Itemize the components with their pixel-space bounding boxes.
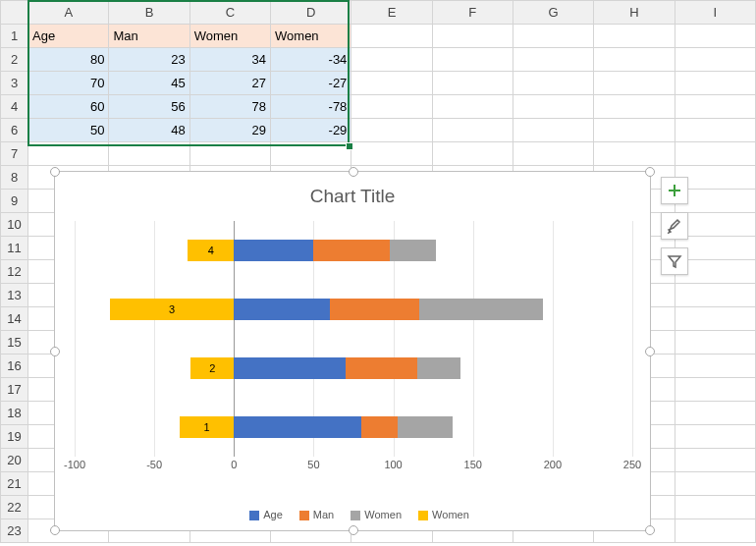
cell[interactable] [432,119,513,142]
column-header[interactable]: I [675,1,755,25]
row-header[interactable]: 17 [1,378,28,402]
cell[interactable]: Age [28,25,109,48]
cell[interactable] [28,142,109,166]
column-header[interactable]: A [28,1,109,25]
row-header[interactable]: 1 [1,25,28,48]
cell[interactable] [513,95,593,119]
chart-legend[interactable]: Age Man Women Women [55,509,650,520]
column-header[interactable]: E [351,1,432,25]
chart-styles-button[interactable] [661,212,688,240]
row-header[interactable]: 19 [1,425,28,449]
cell[interactable] [513,25,593,48]
chart-bar-segment[interactable] [398,416,452,438]
cell[interactable] [675,119,755,142]
cell[interactable] [675,307,755,331]
cell[interactable]: -78 [271,95,351,119]
cell[interactable]: 29 [189,119,270,142]
cell[interactable]: 48 [109,119,189,142]
row-header[interactable]: 21 [1,472,28,496]
cell[interactable] [351,25,432,48]
cell[interactable]: -29 [271,119,351,142]
cell[interactable]: 45 [109,72,189,95]
row-header[interactable]: 20 [1,449,28,472]
cell[interactable] [594,48,675,72]
chart-bar-segment[interactable] [313,240,390,261]
cell[interactable]: -27 [271,72,351,95]
cell[interactable] [432,142,513,166]
cell[interactable]: Women [189,25,270,48]
cell[interactable] [594,95,675,119]
cell[interactable]: 34 [189,48,270,72]
row-header[interactable]: 15 [1,331,28,355]
row-header[interactable]: 10 [1,213,28,237]
select-all-cell[interactable] [1,1,28,25]
chart-bar-segment[interactable] [234,299,329,320]
cell[interactable] [675,72,755,95]
row-header[interactable]: 2 [1,48,28,72]
chart-resize-handle[interactable] [349,525,358,535]
chart-filter-button[interactable] [661,247,688,275]
cell[interactable]: Man [109,25,189,48]
cell[interactable] [675,449,755,472]
cell[interactable]: 56 [109,95,189,119]
row-header[interactable]: 6 [1,119,28,142]
chart-bar-segment[interactable] [234,416,361,438]
row-header[interactable]: 11 [1,237,28,260]
cell[interactable] [675,378,755,402]
cell[interactable]: 50 [28,119,109,142]
cell[interactable] [675,425,755,449]
row-header[interactable]: 8 [1,166,28,190]
cell[interactable]: 80 [28,48,109,72]
cell[interactable] [109,142,189,166]
chart-elements-button[interactable] [661,177,688,204]
chart-resize-handle[interactable] [645,347,655,356]
chart-bar-segment[interactable] [234,357,346,379]
chart-resize-handle[interactable] [645,167,655,177]
chart-bar-segment[interactable] [346,357,417,379]
cell[interactable] [675,519,755,543]
row-header[interactable]: 23 [1,519,28,543]
cell[interactable] [513,142,593,166]
cell[interactable] [675,496,755,519]
chart-bar-segment[interactable] [234,240,313,261]
cell[interactable] [675,25,755,48]
chart-bar-segment[interactable] [417,357,460,379]
cell[interactable] [594,142,675,166]
cell[interactable] [432,95,513,119]
chart-bar-segment[interactable] [419,299,544,320]
chart-resize-handle[interactable] [349,167,358,177]
row-header[interactable]: 9 [1,190,28,213]
cell[interactable] [513,72,593,95]
cell[interactable]: -34 [271,48,351,72]
cell[interactable]: 78 [189,95,270,119]
cell[interactable]: 27 [189,72,270,95]
cell[interactable] [594,119,675,142]
cell[interactable] [675,472,755,496]
row-header[interactable]: 4 [1,95,28,119]
chart-plot-area[interactable]: 1234 [75,221,632,457]
column-header[interactable]: D [271,1,351,25]
chart-object[interactable]: Chart Title 1234 Age Man Women Women -10… [54,171,651,531]
chart-resize-handle[interactable] [50,347,60,356]
column-header[interactable]: B [109,1,189,25]
cell[interactable] [675,95,755,119]
cell[interactable] [513,48,593,72]
row-header[interactable]: 7 [1,142,28,166]
cell[interactable]: 60 [28,95,109,119]
cell[interactable] [675,142,755,166]
cell[interactable] [351,142,432,166]
chart-resize-handle[interactable] [50,525,60,535]
column-header[interactable]: C [189,1,270,25]
column-header[interactable]: G [513,1,593,25]
chart-title[interactable]: Chart Title [55,172,650,207]
cell[interactable] [351,48,432,72]
cell[interactable] [675,48,755,72]
cell[interactable]: 23 [109,48,189,72]
cell[interactable] [594,72,675,95]
cell[interactable] [351,95,432,119]
row-header[interactable]: 3 [1,72,28,95]
cell[interactable] [271,142,351,166]
cell[interactable] [675,284,755,307]
column-header[interactable]: H [594,1,675,25]
cell[interactable] [513,119,593,142]
